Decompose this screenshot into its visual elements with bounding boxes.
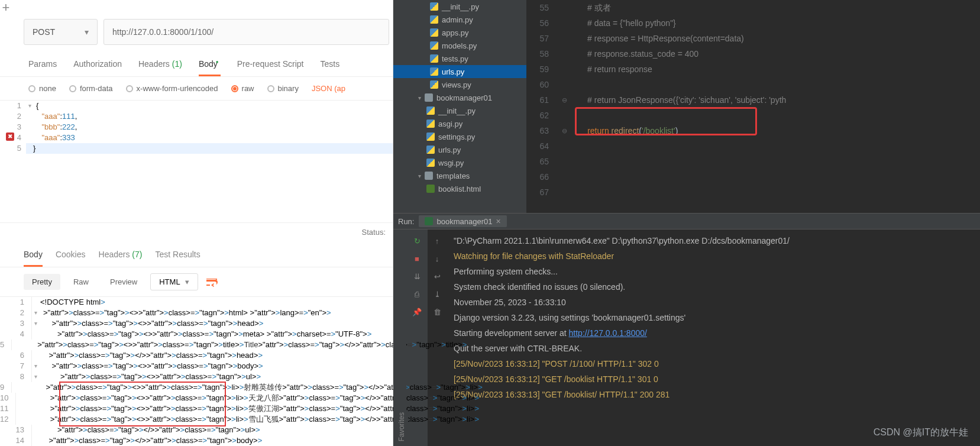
run-label: Run: xyxy=(398,217,414,226)
tab-prerequest[interactable]: Pre-request Script xyxy=(237,59,304,76)
tab-headers[interactable]: Headers (1) xyxy=(138,59,182,76)
highlight-box-2 xyxy=(575,107,757,135)
chevron-down-icon: ▾ xyxy=(85,27,89,37)
request-body-editor[interactable]: 1▾{2 "aaa":111,3 "bbb":222,4 "aaa":3335} xyxy=(0,101,393,154)
trash-icon[interactable]: 🗑 xyxy=(432,306,442,317)
watermark: CSDN @搞IT的放牛娃 xyxy=(874,426,968,439)
restab-testresults[interactable]: Test Results xyxy=(155,250,200,267)
response-body[interactable]: 1<!DOCTYPE html>2▾>"attr">>class>=>"tag"… xyxy=(0,297,393,446)
close-icon[interactable]: × xyxy=(496,216,500,226)
down2-icon[interactable]: ↓ xyxy=(432,253,442,264)
restab-body[interactable]: Body xyxy=(24,250,43,267)
scroll-icon[interactable]: ⤓ xyxy=(432,289,442,299)
django-icon xyxy=(425,217,433,225)
response-tabs: Body Cookies Headers (7) Test Results xyxy=(0,241,393,267)
tab-tests[interactable]: Tests xyxy=(320,59,339,76)
radio-binary[interactable]: binary xyxy=(267,84,299,93)
body-type-row: none form-data x-www-form-urlencoded raw… xyxy=(0,77,393,101)
view-raw[interactable]: Raw xyxy=(65,274,97,290)
up-icon[interactable]: ↑ xyxy=(432,235,442,246)
run-tab[interactable]: bookmanager01× xyxy=(419,215,506,227)
postman-panel: + POST ▾ http://127.0.0.1:8000/1/100/ Pa… xyxy=(0,0,393,446)
request-bar: POST ▾ http://127.0.0.1:8000/1/100/ xyxy=(0,15,393,49)
view-preview[interactable]: Preview xyxy=(102,274,145,290)
request-tabs: Params Authorization Headers (1) Body● P… xyxy=(0,49,393,77)
restab-headers[interactable]: Headers (7) xyxy=(99,250,143,267)
status-label: Status: xyxy=(362,228,386,237)
pin-icon[interactable]: 📌 xyxy=(412,306,422,317)
print-icon[interactable]: ⎙ xyxy=(412,289,422,299)
radio-form-data[interactable]: form-data xyxy=(69,84,113,93)
rerun-icon[interactable]: ↻ xyxy=(412,235,422,246)
console-output[interactable]: "D:\PyCharm 2021.1.1\bin\runnerw64.exe" … xyxy=(447,230,980,446)
method-select[interactable]: POST ▾ xyxy=(24,19,98,45)
add-tab-button[interactable]: + xyxy=(0,0,12,15)
project-tree[interactable]: __init__.pyadmin.pyapps.pymodels.pytests… xyxy=(393,0,526,213)
ide-panel: __init__.pyadmin.pyapps.pymodels.pytests… xyxy=(393,0,980,446)
radio-urlencoded[interactable]: x-www-form-urlencoded xyxy=(126,84,218,93)
tab-authorization[interactable]: Authorization xyxy=(73,59,122,76)
radio-raw[interactable]: raw xyxy=(231,84,254,93)
view-bar: Pretty Raw Preview HTML▾ xyxy=(0,267,393,297)
format-select[interactable]: HTML▾ xyxy=(150,273,198,290)
method-value: POST xyxy=(33,27,55,37)
wrap2-icon[interactable]: ↩ xyxy=(432,271,442,282)
url-input[interactable]: http://127.0.0.1:8000/1/100/ xyxy=(104,19,389,45)
favorites-tab[interactable]: Favorites xyxy=(395,410,408,444)
radio-none[interactable]: none xyxy=(28,84,56,93)
highlight-box xyxy=(59,382,226,426)
code-editor[interactable]: 55 # 或者56 # data = {"hello python"}57 # … xyxy=(526,0,980,213)
view-pretty[interactable]: Pretty xyxy=(24,274,60,290)
stop-icon[interactable]: ■ xyxy=(412,253,422,264)
down-icon[interactable]: ⇊ xyxy=(412,271,422,282)
tab-body[interactable]: Body● xyxy=(199,59,221,76)
json-format-label[interactable]: JSON (ap xyxy=(312,84,345,93)
run-header: Run: bookmanager01× xyxy=(393,213,980,230)
wrap-icon[interactable] xyxy=(203,274,221,290)
tab-params[interactable]: Params xyxy=(28,59,57,76)
restab-cookies[interactable]: Cookies xyxy=(56,250,86,267)
